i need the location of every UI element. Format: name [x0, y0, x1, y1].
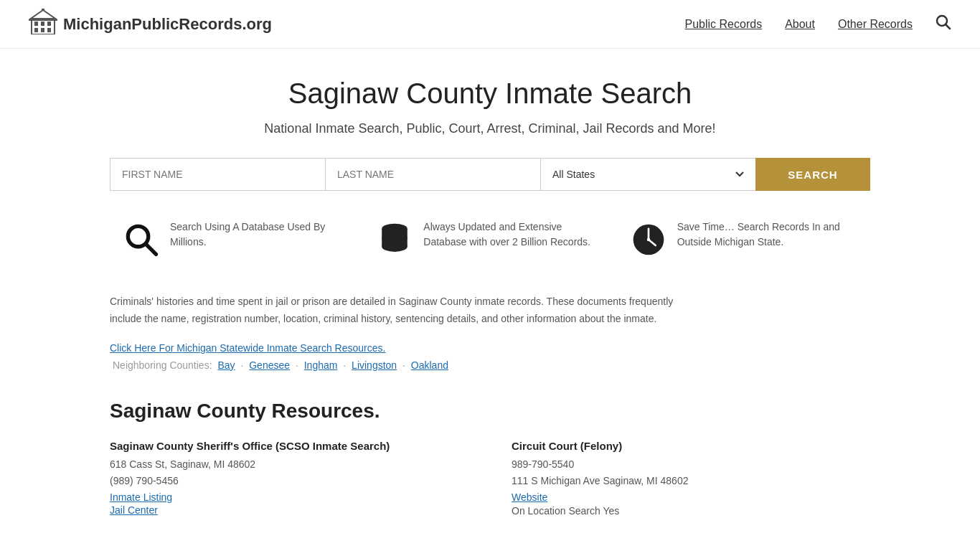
feature-time: Save Time… Search Records In and Outside…: [617, 220, 870, 265]
feature-database: Always Updated and Extensive Database wi…: [363, 220, 616, 265]
search-form: All States AlabamaAlaskaArizona Arkansas…: [110, 158, 870, 191]
nav-about[interactable]: About: [785, 18, 815, 31]
resource-circuit-name: Circuit Court (Felony): [512, 440, 870, 452]
resource-circuit-on-location: On Location Search Yes: [512, 503, 870, 520]
search-icon[interactable]: [936, 14, 951, 34]
svg-rect-7: [47, 28, 51, 32]
county-genesee[interactable]: Genesee: [249, 359, 290, 371]
nav-public-records[interactable]: Public Records: [685, 18, 763, 31]
svg-rect-9: [42, 9, 44, 10]
clock-icon: [631, 222, 666, 265]
building-icon: [29, 9, 57, 39]
resource-sheriff-jail-center[interactable]: Jail Center: [110, 504, 468, 516]
svg-rect-4: [47, 22, 51, 26]
resources-grid: Saginaw County Sheriff's Office (SCSO In…: [110, 440, 870, 520]
resource-circuit-website[interactable]: Website: [512, 491, 870, 503]
statewide-link[interactable]: Click Here For Michigan Statewide Inmate…: [110, 342, 870, 354]
nav-other-records[interactable]: Other Records: [838, 18, 913, 31]
svg-rect-5: [34, 28, 38, 32]
search-button[interactable]: SEARCH: [755, 158, 870, 191]
states-select[interactable]: All States AlabamaAlaskaArizona Arkansas…: [540, 158, 755, 191]
resource-circuit-address: 111 S Michigan Ave Saginaw, MI 48602: [512, 473, 870, 490]
neighboring-counties: Neighboring Counties: Bay · Genesee · In…: [110, 359, 870, 371]
feature-search: Search Using A Database Used By Millions…: [110, 220, 363, 265]
svg-rect-3: [41, 22, 44, 26]
resource-sheriff-name: Saginaw County Sheriff's Office (SCSO In…: [110, 440, 468, 452]
svg-rect-6: [41, 28, 44, 32]
logo-text: MichiganPublicRecords.org: [63, 15, 272, 34]
site-header: MichiganPublicRecords.org Public Records…: [0, 0, 980, 49]
main-nav: Public Records About Other Records: [685, 14, 951, 34]
svg-line-11: [946, 24, 950, 29]
last-name-input[interactable]: [325, 158, 540, 191]
resources-title: Saginaw County Resources.: [110, 400, 870, 423]
resource-sheriff-inmate-listing[interactable]: Inmate Listing: [110, 491, 468, 503]
resource-sheriff: Saginaw County Sheriff's Office (SCSO In…: [110, 440, 468, 520]
county-oakland[interactable]: Oakland: [411, 359, 448, 371]
neighboring-label: Neighboring Counties:: [113, 359, 212, 371]
svg-line-13: [146, 244, 156, 254]
county-ingham[interactable]: Ingham: [304, 359, 338, 371]
county-bay[interactable]: Bay: [217, 359, 235, 371]
database-icon: [377, 222, 412, 265]
feature-database-text: Always Updated and Extensive Database wi…: [423, 220, 602, 250]
svg-point-22: [646, 238, 649, 241]
svg-point-18: [382, 242, 408, 252]
search-magnify-icon: [124, 222, 159, 265]
county-livingston[interactable]: Livingston: [352, 359, 397, 371]
resource-sheriff-address: 618 Cass St, Saginaw, MI 48602: [110, 456, 468, 474]
description-text: Criminals' histories and time spent in j…: [110, 293, 698, 328]
page-title: Saginaw County Inmate Search: [110, 77, 870, 110]
feature-time-text: Save Time… Search Records In and Outside…: [677, 220, 856, 250]
resource-circuit-phone: 989-790-5540: [512, 456, 870, 474]
resource-sheriff-phone: (989) 790-5456: [110, 473, 468, 490]
first-name-input[interactable]: [110, 158, 325, 191]
resource-circuit: Circuit Court (Felony) 989-790-5540 111 …: [512, 440, 870, 520]
feature-search-text: Search Using A Database Used By Millions…: [170, 220, 349, 250]
features-row: Search Using A Database Used By Millions…: [110, 220, 870, 265]
site-logo[interactable]: MichiganPublicRecords.org: [29, 9, 272, 39]
main-content: Saginaw County Inmate Search National In…: [95, 49, 885, 549]
page-subtitle: National Inmate Search, Public, Court, A…: [110, 121, 870, 136]
svg-rect-2: [34, 22, 38, 26]
